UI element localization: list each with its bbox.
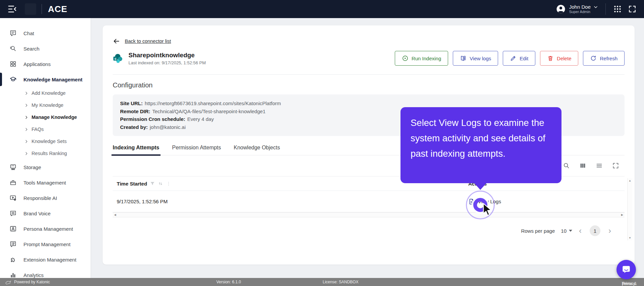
scroll-right-arrow[interactable]: ▶ (621, 213, 623, 216)
config-value: https://netorgft6673619.sharepoint.com/s… (145, 100, 281, 106)
brand-logo (25, 3, 36, 15)
table-density-icon[interactable] (596, 162, 603, 169)
sidebar-subitem-label: Knowledge Sets (32, 139, 67, 144)
column-menu-icon[interactable] (166, 181, 171, 187)
tab-label: Indexing Attempts (113, 145, 159, 150)
chevron-down-icon[interactable] (593, 5, 598, 9)
table-search-icon[interactable] (563, 162, 570, 169)
sidebar-item-search[interactable]: Search (0, 41, 91, 56)
user-name: John Doe (569, 4, 591, 10)
book-icon (460, 55, 467, 62)
back-arrow-icon[interactable] (113, 38, 120, 45)
section-divider (113, 74, 625, 75)
rows-per-page-label: Rows per page (521, 228, 555, 234)
sidebar-item-persona-management[interactable]: Persona Management (0, 221, 91, 236)
sidebar-item-label: Storage (23, 164, 41, 170)
config-field-site-url: Site URL:https://netorgft6673619.sharepo… (120, 99, 617, 108)
next-page-button[interactable]: › (605, 227, 614, 235)
knowledge-icon (9, 76, 17, 83)
sidebar-item-label: Applications (23, 61, 51, 67)
storage-icon (9, 163, 17, 171)
applications-icon (9, 60, 17, 68)
config-label: Created by: (120, 124, 148, 130)
view-logs-button[interactable]: View logs (453, 51, 498, 66)
table-columns-icon[interactable] (579, 162, 586, 169)
sidebar-subitem-results-ranking[interactable]: Results Ranking (0, 147, 91, 159)
sidebar-item-label: Search (23, 46, 40, 52)
chat-widget-button[interactable] (616, 260, 636, 279)
avatar (556, 4, 566, 14)
sharepoint-logo-icon: S (113, 53, 123, 64)
collapse-menu-icon[interactable] (7, 4, 17, 14)
connector-actions: Run Indexing View logs Edit (395, 51, 625, 66)
topbar: ACE John Doe Super Admin (0, 0, 644, 18)
sidebar-item-prompt-management[interactable]: Prompt Management (0, 236, 91, 252)
edit-button[interactable]: Edit (503, 51, 535, 66)
sidebar-item-applications[interactable]: Applications (0, 56, 91, 72)
sidebar-item-tools-management[interactable]: Tools Management (0, 175, 91, 190)
rows-per-page-select[interactable]: 10 (561, 228, 572, 234)
sidebar-item-label: Prompt Management (23, 241, 70, 247)
persona-icon (9, 225, 17, 232)
privacy-link[interactable]: Privacy Policy (622, 281, 635, 286)
sidebar-item-analytics[interactable]: Analytics (0, 267, 91, 278)
refresh-icon (590, 55, 597, 62)
chevron-right-icon (24, 115, 29, 120)
horizontal-scrollbar[interactable]: ◀ ▶ (113, 212, 625, 217)
previous-page-button[interactable]: ‹ (576, 227, 585, 235)
sidebar: Chat Search Applications Knowledge Manag… (0, 18, 91, 278)
sidebar-subitem-faqs[interactable]: FAQs (0, 123, 91, 135)
trash-icon (547, 55, 554, 62)
sidebar-item-label: Persona Management (23, 226, 73, 232)
tab-indexing-attempts[interactable]: Indexing Attempts (113, 145, 159, 155)
sidebar-item-knowledge-management[interactable]: Knowledge Management (0, 72, 91, 87)
sidebar-subitem-add-knowledge[interactable]: Add Knowledge (0, 87, 91, 99)
brand-voice-icon (9, 210, 17, 217)
sidebar-subitem-label: Results Ranking (32, 151, 67, 156)
sidebar-item-chat[interactable]: Chat (0, 25, 91, 41)
table-fullscreen-icon[interactable] (612, 162, 619, 169)
back-to-connector-list-link[interactable]: Back to connector list (125, 39, 171, 44)
rows-per-page-value: 10 (561, 228, 567, 234)
user-menu[interactable]: John Doe Super Admin (556, 4, 598, 14)
tab-knowledge-objects[interactable]: Knowledge Objects (234, 145, 280, 155)
button-label: Delete (557, 56, 571, 61)
filter-icon[interactable] (150, 181, 155, 187)
sidebar-item-brand-voice[interactable]: Brand Voice (0, 206, 91, 221)
sort-icon[interactable] (158, 181, 163, 187)
current-page-badge[interactable]: 1 (590, 225, 600, 236)
apps-grid-icon[interactable] (613, 5, 622, 13)
svg-text:S: S (114, 57, 116, 61)
scroll-up-arrow[interactable]: ▲ (629, 179, 631, 182)
button-label: Run Indexing (412, 56, 441, 61)
tab-permission-attempts[interactable]: Permission Attempts (172, 145, 221, 155)
run-indexing-button[interactable]: Run Indexing (395, 51, 448, 66)
sidebar-subitem-label: Add Knowledge (32, 90, 66, 96)
chevron-right-icon (24, 103, 29, 108)
puzzle-icon (9, 256, 17, 263)
sidebar-item-label: Responsible AI (23, 195, 57, 201)
toolbox-icon (9, 179, 17, 186)
sidebar-subitem-manage-knowledge[interactable]: Manage Knowledge (0, 111, 91, 123)
sidebar-subitem-knowledge-sets[interactable]: Knowledge Sets (0, 135, 91, 147)
sidebar-item-extension-management[interactable]: Extension Management (0, 252, 91, 267)
sidebar-subitem-my-knowledge[interactable]: My Knowledge (0, 99, 91, 111)
sidebar-item-label: Analytics (23, 272, 44, 278)
config-label: Permission Cron schedule: (120, 116, 185, 122)
sidebar-item-label: Knowledge Management (23, 77, 83, 82)
fullscreen-icon[interactable] (628, 5, 637, 13)
vertical-scrollbar[interactable]: ▲ ▼ (627, 178, 632, 240)
sidebar-item-responsible-ai[interactable]: Responsible AI (0, 190, 91, 206)
sidebar-item-label: Brand Voice (23, 211, 51, 216)
chevron-right-icon (24, 127, 29, 132)
app-title: ACE (48, 4, 67, 14)
delete-button[interactable]: Delete (540, 51, 578, 66)
sidebar-item-storage[interactable]: Storage (0, 159, 91, 175)
scroll-down-arrow[interactable]: ▼ (629, 236, 631, 239)
version-text: Version: 6.1.0 (216, 280, 241, 284)
scroll-left-arrow[interactable]: ◀ (114, 213, 116, 216)
refresh-button[interactable]: Refresh (583, 51, 625, 66)
chat-icon (9, 29, 17, 37)
connector-header: S Sharepointknowledge Last indexed on: 9… (113, 51, 625, 66)
connector-name: Sharepointknowledge (128, 52, 206, 59)
